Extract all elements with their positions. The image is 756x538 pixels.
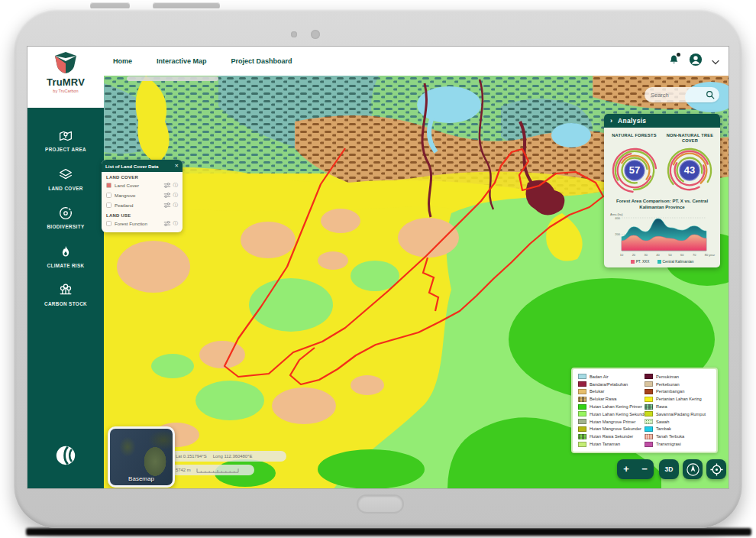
legend-item: Sawah <box>645 418 711 426</box>
layer-label: Mangrove <box>115 193 163 198</box>
non-natural-tree-cover-gauge: 43 <box>666 147 713 194</box>
left-sidebar: PROJECT AREA LAND COVER BIODIVERSITY CLI… <box>27 108 104 489</box>
layer-checkbox[interactable] <box>106 203 111 208</box>
legend-swatch <box>578 397 586 402</box>
land-cover-icon <box>57 167 74 183</box>
analysis-panel: › Analysis NATURAL FORESTS NON-NATURAL T… <box>604 114 720 267</box>
sidebar-item-project-area[interactable]: PROJECT AREA <box>41 128 90 154</box>
svg-text:20: 20 <box>632 253 636 257</box>
legend-swatch <box>578 426 586 432</box>
zoom-in-button[interactable]: + <box>617 459 635 479</box>
info-icon[interactable]: ⓘ <box>173 221 179 226</box>
legend-swatch <box>645 374 653 379</box>
account-menu-toggle[interactable] <box>712 54 719 68</box>
brand-logo-block[interactable]: TruMRV by TruCarbon <box>27 47 104 108</box>
svg-text:200: 200 <box>615 232 620 236</box>
info-icon[interactable]: ⓘ <box>173 193 179 198</box>
basemap-label: Basemap <box>110 475 173 482</box>
layer-row-land-cover[interactable]: Land Cover ⓘ <box>102 180 183 190</box>
sliders-icon[interactable] <box>163 202 171 209</box>
top-navbar: Home Interactive Map Project Dashboard <box>27 47 729 76</box>
nav-interactive-map[interactable]: Interactive Map <box>157 57 207 65</box>
trucarbon-roundel-icon[interactable] <box>54 444 77 470</box>
legend-item: Transmigrasi <box>645 440 711 448</box>
layer-row-forest-function[interactable]: Forest Function ⓘ <box>102 219 183 228</box>
layer-checkbox[interactable] <box>106 183 111 188</box>
camera-lens <box>311 30 320 39</box>
close-icon[interactable]: ✕ <box>175 163 179 169</box>
legend-item: Hutan Rawa Sekunder <box>578 433 645 440</box>
legend-swatch <box>578 381 586 387</box>
carbon-stock-icon <box>57 282 74 299</box>
home-button <box>357 494 404 514</box>
collapse-chevron-icon[interactable]: › <box>610 117 612 125</box>
compass-button[interactable] <box>683 459 703 479</box>
scale-readout: 5742 m <box>170 465 254 475</box>
section-heading: LAND COVER <box>102 172 183 180</box>
svg-text:50: 50 <box>668 253 672 257</box>
sliders-icon[interactable] <box>163 192 171 199</box>
account-button[interactable] <box>689 53 703 70</box>
locate-button[interactable] <box>706 459 726 479</box>
brand-shield-icon <box>53 51 78 74</box>
scale-ruler-icon <box>195 467 240 474</box>
layer-row-peatland[interactable]: Peatland ⓘ <box>102 200 183 210</box>
legend-swatch <box>578 389 586 394</box>
legend-item: Belukar Rawa <box>578 395 645 403</box>
sidebar-label: LAND COVER <box>41 186 90 193</box>
info-icon[interactable]: ⓘ <box>173 203 179 208</box>
info-icon[interactable]: ⓘ <box>173 183 179 188</box>
layer-row-mangrove[interactable]: Mangrove ⓘ <box>102 190 183 200</box>
land-cover-data-panel: List of Land Cover Data ✕ LAND COVER Lan… <box>102 160 183 232</box>
svg-text:40: 40 <box>656 253 660 257</box>
nav-home[interactable]: Home <box>113 57 132 65</box>
map-search[interactable] <box>645 87 719 102</box>
sliders-icon[interactable] <box>163 220 171 227</box>
svg-text:Area (ha): Area (ha) <box>610 212 623 216</box>
layer-label: Land Cover <box>115 183 163 188</box>
analysis-title: Analysis <box>618 117 646 125</box>
gauge-label-natural-forests: NATURAL FORESTS <box>606 133 662 144</box>
legend-item-pt-xxx: PT. XXX <box>631 260 650 264</box>
nav-links: Home Interactive Map Project Dashboard <box>113 47 292 76</box>
legend-item: Savanna/Padang Rumput <box>645 410 711 418</box>
svg-text:80: 80 <box>705 253 709 257</box>
zoom-out-button[interactable]: − <box>635 459 654 479</box>
sliders-icon[interactable] <box>163 182 171 189</box>
legend-item: Hutan Mangrove Primer <box>578 418 645 426</box>
section-heading: LAND USE <box>102 210 183 219</box>
legend-item: Tanah Terbuka <box>645 433 711 440</box>
gauge-value: 57 <box>611 147 658 194</box>
notifications-button[interactable] <box>668 54 680 69</box>
map-legend-panel: Badan Air Bandara/Pelabuhan Belukar Belu… <box>571 368 718 453</box>
map-attribution-pill <box>127 76 218 81</box>
search-icon[interactable] <box>706 90 715 99</box>
longitude-value: Long 112.360480°E <box>213 454 253 459</box>
sidebar-label: CLIMATE RISK <box>41 263 90 270</box>
search-input[interactable] <box>649 91 706 99</box>
analysis-header[interactable]: › Analysis <box>604 114 720 128</box>
svg-text:400: 400 <box>615 216 620 220</box>
layer-checkbox[interactable] <box>106 221 111 226</box>
legend-item: Belukar <box>578 388 645 396</box>
sidebar-label: BIODIVERSITY <box>41 224 90 231</box>
basemap-switcher[interactable]: Basemap <box>108 426 175 488</box>
legend-item: Bandara/Pelabuhan <box>578 381 645 388</box>
legend-item: Badan Air <box>578 373 645 381</box>
legend-swatch <box>645 381 653 387</box>
layer-checkbox[interactable] <box>106 193 111 198</box>
sidebar-item-carbon-stock[interactable]: CARBON STOCK <box>41 282 90 308</box>
sidebar-item-biodiversity[interactable]: BIODIVERSITY <box>41 205 90 231</box>
legend-swatch <box>645 419 653 424</box>
chart-legend: PT. XXX Central Kalimantan <box>604 260 720 267</box>
gauge-label-non-natural: NON-NATURAL TREE COVER <box>662 133 718 144</box>
sidebar-item-land-cover[interactable]: LAND COVER <box>41 167 90 193</box>
navbar-actions <box>668 47 719 76</box>
locate-icon <box>709 462 724 477</box>
sidebar-item-climate-risk[interactable]: CLIMATE RISK <box>41 244 90 270</box>
user-avatar-icon <box>689 53 703 66</box>
land-cover-panel-header: List of Land Cover Data ✕ <box>102 160 183 172</box>
legend-label: Central Kalimantan <box>663 260 694 264</box>
3d-mode-button[interactable]: 3D <box>659 459 679 479</box>
nav-project-dashboard[interactable]: Project Dashboard <box>231 57 292 65</box>
